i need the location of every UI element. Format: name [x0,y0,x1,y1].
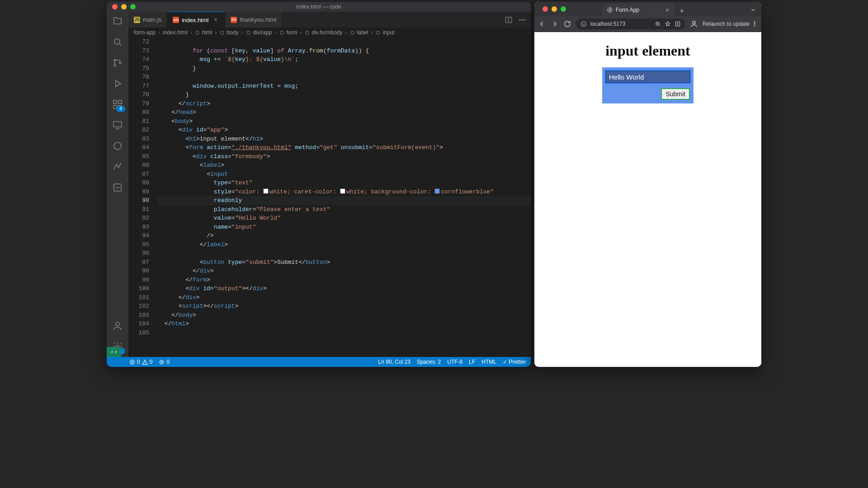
code-line[interactable]: </div> [157,267,531,276]
status-indentation[interactable]: Spaces: 2 [417,359,441,365]
code-line[interactable]: type="text" [157,178,531,188]
breadcrumb-item[interactable]: form [279,29,297,36]
source-control-icon[interactable] [112,57,123,69]
ext-b-icon[interactable] [112,161,123,173]
back-button[interactable] [538,20,546,28]
breadcrumb-item[interactable]: html [195,29,212,36]
site-info-icon[interactable] [580,21,587,27]
code-line[interactable] [157,73,531,82]
code-line[interactable]: window.output.innerText = msg; [157,82,531,91]
demo-text-input[interactable] [606,71,690,83]
breadcrumb-item[interactable]: label [349,29,368,36]
install-app-icon[interactable] [675,21,681,27]
breadcrumb-item[interactable]: input [376,29,395,36]
zoom-icon[interactable] [655,21,661,27]
zoom-window-button[interactable] [561,6,566,12]
remote-explorer-icon[interactable] [112,119,123,131]
forward-button[interactable] [551,20,559,28]
ext-a-icon[interactable] [112,140,123,152]
status-encoding[interactable]: UTF-8 [447,359,462,365]
code-line[interactable]: <div id="output"></div> [157,284,531,293]
chrome-toolbar: localhost:5173 Relaunch to update [534,16,761,32]
close-window-button[interactable] [542,6,548,12]
code-line[interactable]: </form> [157,276,531,285]
close-tab-icon[interactable] [665,7,670,13]
code-line[interactable]: style="color: white; caret-color: white;… [157,188,531,197]
code-line[interactable]: </div> [157,293,531,302]
line-number: 92 [128,214,157,223]
symbol-icon [195,30,200,35]
editor-tab[interactable]: <>thankyou.html [225,12,282,28]
chevron-down-icon[interactable] [745,4,761,16]
reload-button[interactable] [563,20,571,28]
breadcrumb-item[interactable]: index.html [163,29,188,36]
search-icon[interactable] [112,36,123,48]
code-line[interactable]: <body> [157,117,531,126]
code-line[interactable]: name="input" [157,223,531,232]
address-bar[interactable]: localhost:5173 [576,19,685,29]
extensions-icon[interactable]: 4 [112,99,123,110]
status-eol[interactable]: LF [469,359,475,365]
code-line[interactable]: <input [157,170,531,179]
code-line[interactable]: <script></script> [157,302,531,311]
code-line[interactable]: </html> [157,319,531,328]
kebab-menu-icon[interactable] [751,21,758,27]
code-line[interactable]: </script> [157,99,531,108]
code-line[interactable]: <label> [157,161,531,170]
submit-button[interactable]: Submit [661,88,690,100]
status-ports[interactable]: 0 [159,359,170,365]
profile-avatar[interactable] [690,20,698,28]
code-line[interactable]: /> [157,231,531,240]
more-actions-icon[interactable] [518,16,526,24]
code-line[interactable]: value="Hello World" [157,214,531,223]
code-line[interactable]: </head> [157,108,531,117]
code-line[interactable]: placeholder="Please enter a text" [157,205,531,214]
breadcrumb-item[interactable]: form-app [134,29,156,36]
editor-scroll[interactable]: 72 73 for (const [key, value] of Array.f… [128,38,531,357]
code-line[interactable]: for (const [key, value] of Array.from(fo… [157,47,531,56]
status-cursor-position[interactable]: Ln 90, Col 23 [378,359,410,365]
editor-tab[interactable]: JSmain.js [128,12,167,28]
bookmark-star-icon[interactable] [665,21,671,27]
code-line[interactable]: <button type="submit">Submit</button> [157,258,531,267]
close-window-button[interactable] [112,4,118,9]
code-line[interactable]: <form action="./thankyou.html" method="g… [157,143,531,152]
split-editor-icon[interactable] [505,16,513,24]
code-line[interactable]: msg += `${key}: ${value}\n`; [157,55,531,64]
close-tab-icon[interactable] [213,17,219,23]
breadcrumbs-bar[interactable]: form-app›index.html›html›body›div#app›fo… [128,28,531,38]
browser-tab[interactable]: Form App [602,4,675,16]
code-line[interactable]: </label> [157,240,531,249]
status-formatter[interactable]: ✓ Prettier [503,359,526,365]
code-line[interactable]: <h1>input element</h1> [157,135,531,144]
breadcrumb-item[interactable]: div#app [245,29,272,36]
ext-c-icon[interactable] [112,182,123,193]
status-language-mode[interactable]: HTML [481,359,496,365]
browser-tab-title: Form App [616,7,639,13]
extensions-badge: 4 [116,106,125,112]
code-line[interactable]: } [157,90,531,99]
breadcrumb-item[interactable]: div.formbody [304,29,342,36]
svg-point-15 [522,19,523,20]
minimize-window-button[interactable] [552,6,557,12]
status-problems[interactable]: 0 0 [129,359,152,365]
explorer-icon[interactable] [112,15,123,27]
code-line[interactable] [157,328,531,338]
code-content[interactable]: 72 73 for (const [key, value] of Array.f… [128,38,531,337]
zoom-window-button[interactable] [130,4,136,9]
code-line[interactable]: <div class="formbody"> [157,152,531,161]
code-line[interactable]: </body> [157,311,531,320]
editor-tab[interactable]: <>index.html [167,12,225,28]
breadcrumb-item[interactable]: body [219,29,238,36]
relaunch-banner[interactable]: Relaunch to update [703,21,758,27]
code-line[interactable] [157,38,531,47]
code-line[interactable]: readonly [157,196,531,205]
run-debug-icon[interactable] [112,78,123,89]
minimize-window-button[interactable] [121,4,127,9]
code-line[interactable]: } [157,64,531,73]
new-tab-button[interactable] [676,5,687,16]
code-line[interactable]: <div id="app"> [157,126,531,135]
code-line[interactable] [157,249,531,258]
accounts-icon[interactable] [112,320,123,332]
remote-indicator[interactable] [107,347,121,357]
